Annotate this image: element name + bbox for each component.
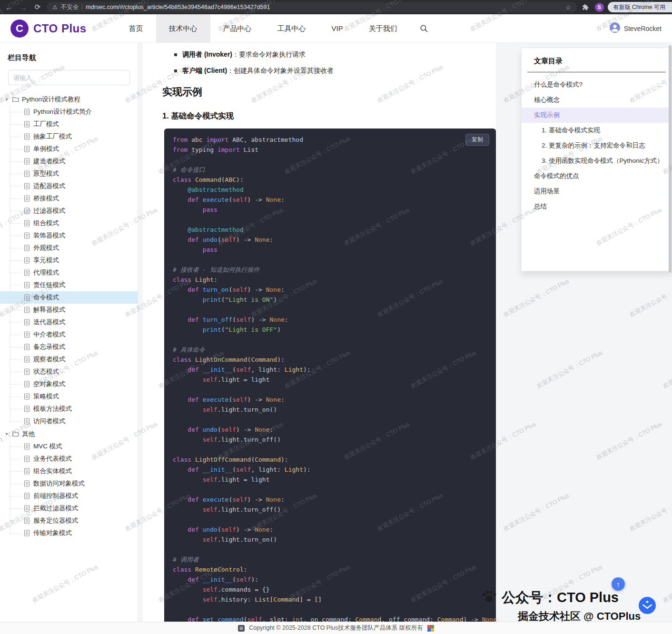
logo-text: CTO Plus	[33, 22, 87, 35]
toc-item-1[interactable]: 核心概念	[522, 92, 672, 108]
page-root: ← → ⟳ ⚠ 不安全 mdrsec.com/#/ctoplus_article…	[0, 0, 672, 634]
logo-icon: C	[10, 20, 29, 38]
sidebar-item[interactable]: 中介者模式	[0, 328, 138, 341]
bookmark-star-icon[interactable]: ☆	[565, 4, 571, 11]
sidebar-item[interactable]: 责任链模式	[0, 279, 138, 291]
sidebar-item[interactable]: 观察者模式	[0, 353, 138, 366]
url-text[interactable]: mdrsec.com/#/ctoplus_article/54b853e3945…	[86, 4, 562, 10]
page-scrollbar[interactable]	[669, 45, 672, 273]
toc-item-7[interactable]: 适用场景	[522, 184, 672, 199]
site-header: C CTO Plus 首页技术中心产品中心工具中心VIP关于我们 SteveRo…	[0, 14, 672, 43]
document-icon	[24, 517, 30, 524]
wechat-brand-text: 公众号：CTO Plus	[502, 588, 619, 607]
sidebar-item[interactable]: 工厂模式	[0, 118, 138, 130]
sidebar-item[interactable]: 访问者模式	[0, 415, 138, 427]
sidebar-item[interactable]: 拦截过滤器模式	[0, 502, 138, 515]
sidebar-item[interactable]: MVC 模式	[0, 440, 138, 453]
sidebar-item[interactable]: Python设计模式简介	[0, 106, 138, 118]
sidebar-item[interactable]: 数据访问对象模式	[0, 477, 138, 490]
sidebar-item[interactable]: 模板方法模式	[0, 403, 138, 415]
page-footer: Copyright © 2025-2028 CTO Plus技术服务团队产品体系…	[0, 622, 672, 634]
document-icon	[24, 146, 30, 152]
sidebar-item[interactable]: 组合实体模式	[0, 465, 138, 477]
toc-item-4[interactable]: 2. 更复杂的示例：支持宏命令和日志	[522, 138, 672, 153]
search-icon[interactable]	[420, 24, 428, 33]
sidebar-item[interactable]: 过滤器模式	[0, 205, 138, 217]
document-icon	[24, 170, 30, 177]
sidebar-folder-0-children: Python设计模式简介工厂模式抽象工厂模式单例模式建造者模式原型模式适配器模式…	[0, 106, 138, 427]
site-logo[interactable]: C CTO Plus	[10, 20, 87, 38]
sidebar-folder-0[interactable]: ▾Python设计模式教程	[0, 93, 138, 106]
sidebar-item[interactable]: 传输对象模式	[0, 527, 138, 539]
refresh-icon[interactable]: ⟳	[32, 2, 43, 12]
url-bar[interactable]: ⚠ 不安全 mdrsec.com/#/ctoplus_article/54b85…	[47, 2, 577, 12]
toc-panel: 文章目录 什么是命令模式?核心概念实现示例1. 基础命令模式实现2. 更复杂的示…	[521, 48, 672, 271]
sidebar-item[interactable]: 装饰器模式	[0, 229, 138, 242]
forward-icon[interactable]: →	[18, 2, 29, 12]
nav-item-0[interactable]: 首页	[116, 14, 156, 43]
document-icon	[24, 109, 30, 115]
scroll-to-top-button[interactable]: ↑	[612, 577, 625, 591]
watermark-text: 欢迎关注公众号：CTO Plus	[628, 492, 672, 533]
bullet-item: 客户端 (Client)：创建具体命令对象并设置其接收者	[174, 67, 496, 75]
toc-list: 什么是命令模式?核心概念实现示例1. 基础命令模式实现2. 更复杂的示例：支持宏…	[522, 77, 672, 214]
sidebar-item[interactable]: 前端控制器模式	[0, 490, 138, 502]
sidebar-item[interactable]: 抽象工厂模式	[0, 130, 138, 143]
juejin-avatar-icon[interactable]	[639, 597, 656, 616]
sidebar-item[interactable]: 外观模式	[0, 242, 138, 254]
nav-item-2[interactable]: 产品中心	[210, 14, 265, 43]
sidebar-item[interactable]: 命令模式	[0, 291, 138, 304]
sidebar-item[interactable]: 原型模式	[0, 168, 138, 180]
sidebar-item[interactable]: 状态模式	[0, 366, 138, 378]
watermark-text: 欢迎关注公众号：CTO Plus	[535, 349, 604, 390]
toc-item-6[interactable]: 命令模式的优点	[522, 168, 672, 184]
browser-profile-avatar[interactable]: S	[595, 3, 604, 12]
nav-item-4[interactable]: VIP	[319, 14, 356, 43]
sidebar-folder-1[interactable]: ▾其他	[0, 427, 138, 440]
copy-code-button[interactable]: 复制	[465, 134, 489, 146]
sidebar-item[interactable]: 适配器模式	[0, 180, 138, 192]
toc-item-5[interactable]: 3. 使用函数实现命令模式（Pythonic方式）	[522, 153, 672, 168]
security-warning-icon[interactable]: ⚠	[52, 4, 58, 10]
document-icon	[24, 282, 30, 288]
toc-item-0[interactable]: 什么是命令模式?	[522, 77, 672, 92]
code-content[interactable]: from abc import ABC, abstractmethodfrom …	[173, 135, 487, 634]
sidebar-title: 栏目导航	[0, 50, 138, 70]
main-nav: 首页技术中心产品中心工具中心VIP关于我们	[116, 14, 410, 43]
chrome-update-chip[interactable]: 有新版 Chrome 可用	[608, 2, 672, 12]
bullet-list: 调用者 (Invoker)：要求命令对象执行请求客户端 (Client)：创建具…	[162, 50, 496, 75]
nav-item-5[interactable]: 关于我们	[356, 14, 410, 43]
toc-item-2[interactable]: 实现示例	[522, 108, 672, 123]
toc-title: 文章目录	[522, 57, 672, 72]
sidebar-item[interactable]: 代理模式	[0, 267, 138, 279]
document-icon	[24, 505, 30, 512]
watermark-text: 欢迎关注公众号：CTO Plus	[535, 563, 604, 604]
sidebar-item[interactable]: 建造者模式	[0, 155, 138, 168]
toc-item-3[interactable]: 1. 基础命令模式实现	[522, 123, 672, 138]
user-menu[interactable]: SteveRocket	[610, 22, 662, 34]
document-icon	[24, 269, 30, 276]
nav-item-1[interactable]: 技术中心	[156, 14, 210, 43]
sidebar-item[interactable]: 业务代表模式	[0, 453, 138, 465]
nav-item-3[interactable]: 工具中心	[265, 14, 319, 43]
sidebar-item[interactable]: 享元模式	[0, 254, 138, 267]
brand-overlay: 公众号：CTO Plus 掘金技术社区 @ CTOPlus	[482, 588, 641, 624]
sidebar-item[interactable]: 桥接模式	[0, 192, 138, 205]
document-icon	[24, 530, 30, 536]
caret-down-icon: ▾	[4, 431, 10, 436]
sidebar-item[interactable]: 迭代器模式	[0, 316, 138, 328]
sidebar-item[interactable]: 策略模式	[0, 390, 138, 403]
sidebar-item[interactable]: 空对象模式	[0, 378, 138, 390]
sidebar-item[interactable]: 组合模式	[0, 217, 138, 229]
sidebar-item[interactable]: 单例模式	[0, 143, 138, 155]
toc-item-8[interactable]: 总结	[522, 199, 672, 214]
sidebar-search-input[interactable]	[8, 70, 130, 85]
watermark-text: 欢迎关注公众号：CTO Plus	[595, 420, 663, 462]
back-icon[interactable]: ←	[4, 2, 14, 12]
watermark-text: 欢迎关注公众号：CTO Plus	[662, 563, 672, 604]
extensions-icon[interactable]	[581, 2, 591, 12]
sidebar-item[interactable]: 解释器模式	[0, 304, 138, 316]
sidebar-item[interactable]: 服务定位器模式	[0, 515, 138, 527]
sidebar-item[interactable]: 备忘录模式	[0, 341, 138, 353]
document-icon	[24, 133, 30, 140]
